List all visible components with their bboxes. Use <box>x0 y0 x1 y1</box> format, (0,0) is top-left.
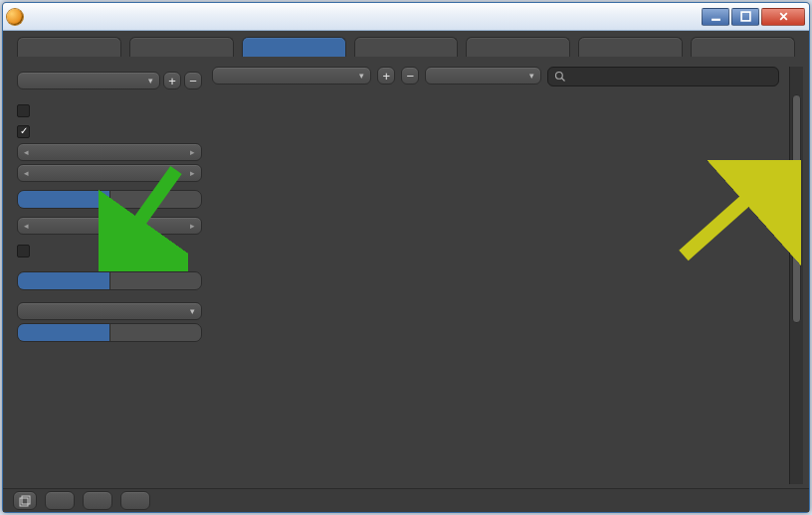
zoom-horizontal[interactable] <box>109 324 202 341</box>
svg-rect-1 <box>741 12 750 21</box>
emulate-3-button-checkbox[interactable] <box>17 101 202 119</box>
select-with-right[interactable] <box>109 191 202 208</box>
checkbox-icon <box>17 245 30 258</box>
presets-dropdown[interactable]: ▾ <box>17 72 160 89</box>
orbit-trackball[interactable] <box>109 272 202 289</box>
increment-icon: ▸ <box>188 168 198 178</box>
svg-point-2 <box>555 73 562 80</box>
tab-system[interactable] <box>691 37 795 57</box>
popout-button[interactable] <box>13 491 37 510</box>
chevron-down-icon: ▾ <box>529 71 534 81</box>
keyconfig-remove-button[interactable]: − <box>401 67 419 85</box>
checkbox-icon <box>17 104 30 117</box>
continuous-grab-checkbox[interactable] <box>17 122 202 140</box>
drag-threshold-field[interactable]: ◂ ▸ <box>17 143 202 161</box>
maximize-icon <box>740 11 751 22</box>
increment-icon: ▸ <box>188 147 198 157</box>
footer <box>3 488 809 512</box>
double-click-speed-field[interactable]: ◂ ▸ <box>17 217 202 235</box>
svg-rect-0 <box>711 19 720 21</box>
popout-icon <box>19 495 31 507</box>
preset-remove-button[interactable]: − <box>184 72 202 89</box>
increment-icon: ▸ <box>188 221 198 231</box>
right-panel: ▾ + − ▾ <box>212 67 779 484</box>
svg-rect-5 <box>22 496 30 504</box>
chevron-down-icon: ▾ <box>359 71 364 81</box>
chevron-down-icon: ▾ <box>190 306 195 316</box>
zoom-axis-toggle <box>17 323 202 342</box>
titlebar[interactable] <box>3 3 809 31</box>
close-icon <box>778 11 789 22</box>
preferences-tabs <box>3 31 809 57</box>
chevron-down-icon: ▾ <box>148 76 153 86</box>
search-icon <box>554 71 566 83</box>
import-keyconfig-button[interactable] <box>83 491 112 510</box>
export-keyconfig-button[interactable] <box>120 491 150 510</box>
checkbox-icon <box>17 125 30 138</box>
svg-rect-4 <box>20 498 28 506</box>
select-with-toggle <box>17 190 202 209</box>
blender-icon <box>7 9 23 25</box>
zoom-method-dropdown[interactable]: ▾ <box>17 302 202 320</box>
save-settings-button[interactable] <box>45 491 75 510</box>
orbit-style-toggle <box>17 271 202 290</box>
decrement-icon: ◂ <box>21 221 31 231</box>
client-area: ▾ + − ◂ ▸ <box>3 31 809 512</box>
svg-line-3 <box>561 79 564 82</box>
tab-input[interactable] <box>242 37 346 57</box>
tab-file[interactable] <box>578 37 683 57</box>
maximize-button[interactable] <box>731 8 759 26</box>
minimize-icon <box>710 11 721 22</box>
body-row: ▾ + − ◂ ▸ <box>3 57 809 488</box>
left-panel: ▾ + − ◂ ▸ <box>17 67 202 484</box>
emulate-numpad-checkbox[interactable] <box>17 242 202 259</box>
decrement-icon: ◂ <box>21 147 31 157</box>
keymap-filter-row: ▾ + − ▾ <box>212 67 779 86</box>
scrollbar[interactable] <box>789 67 803 484</box>
select-with-left[interactable] <box>18 191 109 208</box>
keyconfig-dropdown[interactable]: ▾ <box>212 67 371 85</box>
decrement-icon: ◂ <box>21 168 31 178</box>
keymap-search-input[interactable] <box>547 67 779 86</box>
keyconfig-add-button[interactable]: + <box>377 67 395 85</box>
tab-editing[interactable] <box>129 37 234 57</box>
close-button[interactable] <box>761 8 805 26</box>
tab-addons[interactable] <box>354 37 459 57</box>
tab-themes[interactable] <box>466 37 570 57</box>
tab-interface[interactable] <box>17 37 121 57</box>
scrollbar-thumb[interactable] <box>792 94 801 323</box>
minimize-button[interactable] <box>702 8 729 26</box>
window-buttons <box>702 8 805 26</box>
filter-mode-dropdown[interactable]: ▾ <box>425 67 540 85</box>
tweak-threshold-field[interactable]: ◂ ▸ <box>17 164 202 182</box>
orbit-turntable[interactable] <box>18 272 109 289</box>
preset-add-button[interactable]: + <box>163 72 181 89</box>
keymap-tree <box>212 92 779 484</box>
zoom-vertical[interactable] <box>18 324 109 341</box>
window-frame: ▾ + − ◂ ▸ <box>2 2 810 513</box>
